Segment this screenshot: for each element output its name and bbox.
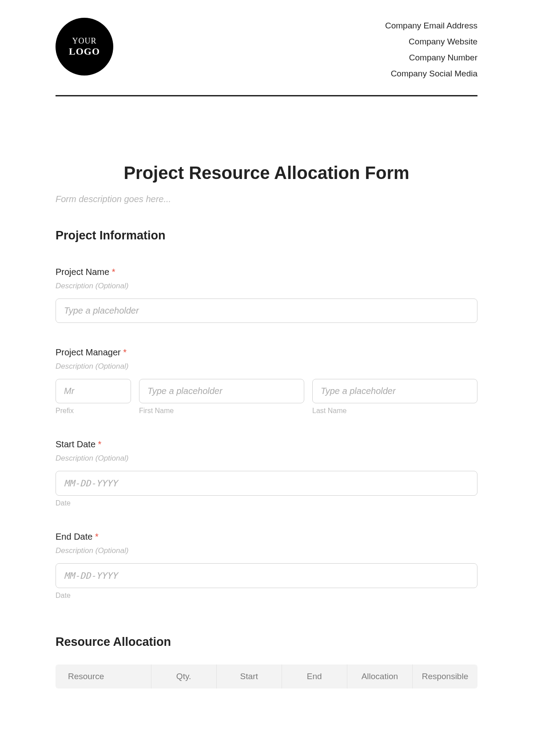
sublabel-prefix: Prefix <box>56 407 131 415</box>
label-text: Project Manager <box>56 347 121 357</box>
field-end-date: End Date * Description (Optional) Date <box>56 532 477 600</box>
company-number: Company Number <box>385 50 477 66</box>
label-start-date: Start Date * <box>56 439 477 450</box>
th-qty: Qty. <box>151 664 217 688</box>
name-row: Prefix First Name Last Name <box>56 379 477 415</box>
input-project-name[interactable] <box>56 298 477 323</box>
form-title: Project Resource Allocation Form <box>56 163 477 183</box>
label-end-date: End Date * <box>56 532 477 542</box>
sublabel-last-name: Last Name <box>312 407 477 415</box>
label-project-name: Project Name * <box>56 267 477 277</box>
field-start-date: Start Date * Description (Optional) Date <box>56 439 477 507</box>
field-project-name: Project Name * Description (Optional) <box>56 267 477 323</box>
th-responsible: Responsible <box>413 664 477 688</box>
company-social: Company Social Media <box>385 66 477 82</box>
input-first-name[interactable] <box>139 379 304 403</box>
desc-end-date[interactable]: Description (Optional) <box>56 546 477 555</box>
company-website: Company Website <box>385 34 477 50</box>
th-allocation: Allocation <box>347 664 413 688</box>
required-asterisk: * <box>95 532 99 541</box>
col-first-name: First Name <box>139 379 304 415</box>
sublabel-end-date: Date <box>56 592 477 600</box>
required-asterisk: * <box>123 347 127 357</box>
label-text: Start Date <box>56 439 95 449</box>
required-asterisk: * <box>98 439 102 449</box>
input-last-name[interactable] <box>312 379 477 403</box>
company-email: Company Email Address <box>385 18 477 34</box>
input-end-date[interactable] <box>56 563 477 588</box>
th-end: End <box>282 664 347 688</box>
section-resource-allocation: Resource Allocation <box>56 635 477 649</box>
logo-text-line2: LOGO <box>69 46 100 57</box>
th-start: Start <box>217 664 282 688</box>
desc-start-date[interactable]: Description (Optional) <box>56 454 477 463</box>
logo-placeholder: YOUR LOGO <box>56 18 113 76</box>
label-text: End Date <box>56 532 92 541</box>
sublabel-start-date: Date <box>56 499 477 507</box>
col-prefix: Prefix <box>56 379 131 415</box>
desc-project-name[interactable]: Description (Optional) <box>56 282 477 290</box>
label-text: Project Name <box>56 267 109 277</box>
th-resource: Resource <box>56 664 151 688</box>
sublabel-first-name: First Name <box>139 407 304 415</box>
letterhead-header: YOUR LOGO Company Email Address Company … <box>56 18 477 96</box>
logo-text-line1: YOUR <box>72 36 96 46</box>
desc-project-manager[interactable]: Description (Optional) <box>56 362 477 371</box>
input-start-date[interactable] <box>56 471 477 496</box>
required-asterisk: * <box>112 267 115 277</box>
label-project-manager: Project Manager * <box>56 347 477 358</box>
resource-table-header: Resource Qty. Start End Allocation Respo… <box>56 664 477 688</box>
col-last-name: Last Name <box>312 379 477 415</box>
field-project-manager: Project Manager * Description (Optional)… <box>56 347 477 415</box>
section-project-information: Project Information <box>56 229 477 243</box>
form-description-placeholder[interactable]: Form description goes here... <box>56 194 477 204</box>
input-prefix[interactable] <box>56 379 131 403</box>
company-contact-block: Company Email Address Company Website Co… <box>385 18 477 82</box>
